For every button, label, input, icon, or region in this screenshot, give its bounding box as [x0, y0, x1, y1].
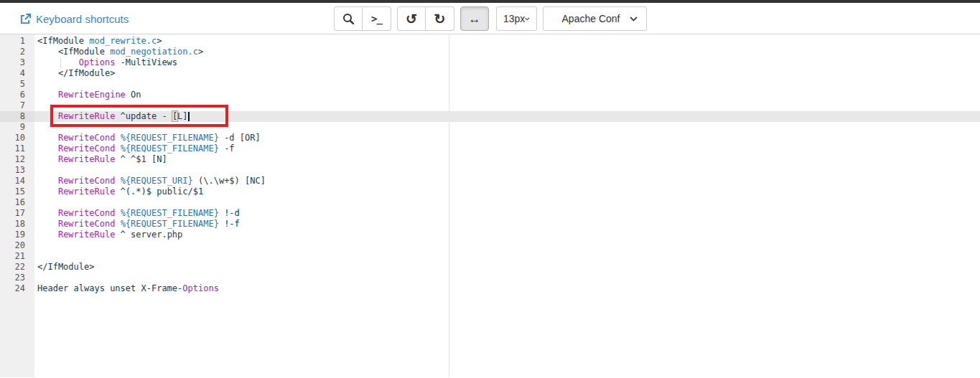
editor-toolbar: >_ ↺ ↻ ↔ 13px Apache Conf: [334, 6, 647, 31]
code-line[interactable]: 12 RewriteRule ^ ^$1 [N]: [0, 154, 980, 165]
line-number: 24: [0, 283, 34, 294]
code-line[interactable]: 9: [0, 122, 980, 133]
code-line[interactable]: 24Header always unset X-Frame-Options: [0, 283, 980, 294]
code-text: ^(.*)$ public/$1: [115, 186, 203, 197]
code-line-content[interactable]: </IfModule>: [34, 262, 980, 273]
code-text: !-d: [219, 208, 240, 218]
wrap-toggle-button[interactable]: ↔: [460, 6, 489, 31]
chevron-down-icon: [630, 16, 638, 22]
code-line[interactable]: 15 RewriteRule ^(.*)$ public/$1: [0, 186, 980, 197]
code-line[interactable]: 22</IfModule>: [0, 262, 980, 273]
code-line-content[interactable]: <IfModule mod_negotiation.c>: [34, 47, 980, 57]
syntax-select[interactable]: Apache Conf: [543, 6, 647, 31]
code-text: ^ server.php: [115, 230, 182, 240]
code-line-content[interactable]: [34, 79, 980, 90]
code-text: >: [198, 47, 203, 57]
code-text: On: [126, 90, 141, 100]
line-number: 7: [0, 100, 34, 111]
code-line-content[interactable]: RewriteRule ^(.*)$ public/$1: [34, 186, 980, 197]
code-line[interactable]: 19 RewriteRule ^ server.php: [0, 230, 980, 240]
line-number: 8: [0, 111, 34, 122]
code-line[interactable]: 11 RewriteCond %{REQUEST_FILENAME} -f: [0, 143, 980, 154]
code-keyword: RewriteEngine: [58, 90, 126, 100]
code-line[interactable]: 23: [0, 273, 980, 283]
code-keyword: RewriteCond: [58, 219, 115, 229]
code-line-content[interactable]: RewriteRule ^update - [L]: [34, 111, 980, 122]
code-text: ^ ^$1 [N]: [115, 154, 167, 164]
font-size-select[interactable]: 13px: [496, 6, 537, 31]
code-line-content[interactable]: </IfModule>: [34, 68, 980, 79]
code-editor[interactable]: 1<IfModule mod_rewrite.c>2 <IfModule mod…: [0, 34, 980, 377]
code-line[interactable]: 3 Options -MultiViews: [0, 57, 980, 68]
code-keyword: RewriteCond: [58, 133, 115, 143]
code-text: -MultiViews: [115, 57, 177, 67]
code-string: %{REQUEST_FILENAME}: [121, 208, 219, 218]
code-line-content[interactable]: RewriteEngine On: [34, 90, 980, 100]
code-text: </IfModule>: [37, 262, 94, 272]
code-line-content[interactable]: [34, 197, 980, 208]
code-line-content[interactable]: <IfModule mod_rewrite.c>: [34, 36, 980, 47]
line-number: 18: [0, 219, 34, 230]
code-line[interactable]: 13: [0, 165, 980, 176]
keyboard-shortcuts-link[interactable]: Keyboard shortcuts: [20, 3, 129, 34]
code-line-content[interactable]: RewriteRule ^ ^$1 [N]: [34, 154, 980, 165]
code-line[interactable]: 1<IfModule mod_rewrite.c>: [0, 36, 980, 47]
code-keyword: RewriteRule: [58, 230, 115, 240]
code-text: [115, 133, 120, 143]
code-line-content[interactable]: [34, 165, 980, 176]
code-text: </IfModule>: [37, 68, 115, 78]
line-number: 10: [0, 133, 34, 143]
code-line[interactable]: 21: [0, 251, 980, 262]
code-text: (\.\w+$) [NC]: [193, 176, 266, 186]
code-keyword: RewriteRule: [58, 186, 115, 197]
line-number: 11: [0, 143, 34, 154]
code-line-content[interactable]: [34, 100, 980, 111]
line-number: 5: [0, 79, 34, 90]
code-text: Header always unset X-Frame-: [37, 283, 182, 293]
code-line[interactable]: 4 </IfModule>: [0, 68, 980, 79]
code-line[interactable]: 5: [0, 79, 980, 90]
code-text: [115, 143, 120, 153]
code-line-content[interactable]: RewriteRule ^ server.php: [34, 230, 980, 240]
code-line-content[interactable]: RewriteCond %{REQUEST_FILENAME} !-d: [34, 208, 980, 219]
terminal-button[interactable]: >_: [363, 6, 391, 31]
line-number: 1: [0, 36, 34, 47]
code-line-content[interactable]: RewriteCond %{REQUEST_FILENAME} -d [OR]: [34, 133, 980, 143]
code-string: %{REQUEST_FILENAME}: [121, 143, 219, 153]
line-number: 23: [0, 273, 34, 283]
code-line[interactable]: 18 RewriteCond %{REQUEST_FILENAME} !-f: [0, 219, 980, 230]
redo-button[interactable]: ↻: [426, 6, 454, 31]
code-line[interactable]: 10 RewriteCond %{REQUEST_FILENAME} -d [O…: [0, 133, 980, 143]
code-line-content[interactable]: [34, 240, 980, 251]
code-keyword: RewriteCond: [58, 143, 115, 153]
code-line[interactable]: 8 RewriteRule ^update - [L]: [0, 111, 980, 122]
code-text: <IfModule: [37, 47, 110, 57]
code-line-content[interactable]: RewriteCond %{REQUEST_FILENAME} -f: [34, 143, 980, 154]
line-number: 19: [0, 230, 34, 240]
undo-icon: ↺: [406, 12, 417, 26]
indent-guide: [60, 57, 61, 68]
code-line[interactable]: 16: [0, 197, 980, 208]
code-line[interactable]: 6 RewriteEngine On: [0, 90, 980, 100]
search-terminal-group: >_: [334, 6, 391, 31]
code-line-content[interactable]: Header always unset X-Frame-Options: [34, 283, 980, 294]
code-line[interactable]: 20: [0, 240, 980, 251]
undo-button[interactable]: ↺: [397, 6, 426, 31]
code-text: [37, 176, 58, 186]
code-line[interactable]: 14 RewriteCond %{REQUEST_URI} (\.\w+$) […: [0, 176, 980, 186]
code-line-content[interactable]: RewriteCond %{REQUEST_FILENAME} !-f: [34, 219, 980, 230]
code-keyword: RewriteRule: [58, 154, 115, 164]
code-line-content[interactable]: [34, 273, 980, 283]
line-number: 2: [0, 47, 34, 57]
code-text: [37, 133, 58, 143]
search-button[interactable]: [334, 6, 363, 31]
code-line-content[interactable]: RewriteCond %{REQUEST_URI} (\.\w+$) [NC]: [34, 176, 980, 186]
code-line[interactable]: 7: [0, 100, 980, 111]
code-line-content[interactable]: Options -MultiViews: [34, 57, 980, 68]
code-text: [115, 219, 120, 229]
code-line-content[interactable]: [34, 251, 980, 262]
code-line-content[interactable]: [34, 122, 980, 133]
editor-toolbar-header: Keyboard shortcuts >_ ↺ ↻ ↔: [0, 3, 980, 34]
code-line[interactable]: 2 <IfModule mod_negotiation.c>: [0, 47, 980, 57]
code-line[interactable]: 17 RewriteCond %{REQUEST_FILENAME} !-d: [0, 208, 980, 219]
